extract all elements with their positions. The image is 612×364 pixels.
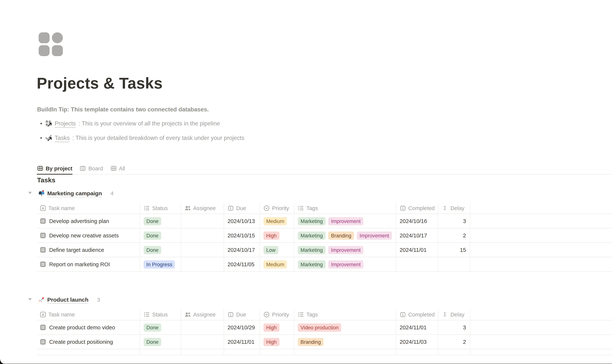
svg-text:1: 1 bbox=[230, 207, 232, 210]
group-toggle-icon[interactable] bbox=[27, 297, 33, 302]
group-toggle-icon[interactable] bbox=[27, 190, 33, 196]
cell-task-name[interactable]: Report on marketing ROI bbox=[37, 257, 140, 271]
cell-priority[interactable]: Medium bbox=[260, 214, 294, 228]
cell-delay[interactable] bbox=[438, 257, 470, 271]
cell-tags[interactable]: MarketingImprovement bbox=[294, 243, 396, 257]
select-icon bbox=[264, 311, 270, 318]
grid-circle-icon bbox=[52, 32, 63, 43]
tasks-page-link[interactable]: Tasks bbox=[55, 134, 70, 141]
column-header-task[interactable]: ATask name bbox=[37, 203, 140, 213]
cell-status[interactable]: Done bbox=[140, 243, 181, 257]
column-header-delay[interactable]: ΣDelay bbox=[438, 203, 470, 213]
column-header-completed[interactable]: 1Completed bbox=[396, 309, 438, 320]
cell-due[interactable]: 2024/10/15 bbox=[224, 228, 260, 243]
tip-text: BuildIn Tip: This template contains two … bbox=[37, 106, 209, 113]
cell-tags[interactable]: MarketingBrandingImprovement bbox=[294, 228, 396, 243]
column-header-label: Status bbox=[152, 205, 168, 211]
page-grid-icon[interactable] bbox=[39, 32, 63, 56]
cell-completed[interactable]: 2024/11/01 bbox=[396, 243, 438, 257]
cell-empty[interactable] bbox=[438, 349, 470, 355]
cell-status[interactable]: Done bbox=[140, 335, 181, 349]
cell-empty[interactable] bbox=[396, 349, 438, 355]
cell-due[interactable]: 2024/10/29 bbox=[224, 320, 260, 334]
cell-assignee[interactable] bbox=[181, 257, 224, 271]
column-header-assignee[interactable]: Assignee bbox=[181, 203, 224, 213]
tab-all[interactable]: All bbox=[111, 162, 125, 174]
cell-empty[interactable] bbox=[294, 349, 396, 355]
column-header-task[interactable]: ATask name bbox=[37, 309, 140, 320]
column-header-tags[interactable]: Tags bbox=[294, 309, 396, 320]
cell-task-name[interactable]: Create product demo video bbox=[37, 320, 140, 334]
cell-due[interactable]: 2024/10/17 bbox=[224, 243, 260, 257]
cell-due[interactable]: 2024/10/13 bbox=[224, 214, 260, 228]
cell-tags[interactable]: MarketingImprovement bbox=[294, 214, 396, 228]
cell-empty[interactable] bbox=[260, 349, 294, 355]
cell-completed[interactable]: 2024/10/17 bbox=[396, 228, 438, 243]
tasks-table: ATask nameStatusAssignee1DuePriorityTags… bbox=[37, 309, 612, 355]
cell-priority[interactable]: High bbox=[260, 228, 294, 243]
cell-priority[interactable]: Medium bbox=[260, 257, 294, 271]
cell-due[interactable]: 2024/11/05 bbox=[224, 257, 260, 271]
cell-priority[interactable]: High bbox=[260, 335, 294, 349]
cell-completed[interactable]: 2024/10/16 bbox=[396, 214, 438, 228]
cell-completed[interactable]: 2024/11/03 bbox=[396, 335, 438, 349]
cell-task-name[interactable]: Define target audience bbox=[37, 243, 140, 257]
tag-chip-group: MarketingImprovement bbox=[298, 246, 363, 254]
cell-task-name[interactable]: Develop advertising plan bbox=[37, 214, 140, 228]
column-header-priority[interactable]: Priority bbox=[260, 309, 294, 320]
column-header-delay[interactable]: ΣDelay bbox=[438, 309, 470, 320]
cell-trailing bbox=[470, 320, 612, 334]
cell-status[interactable]: Done bbox=[140, 228, 181, 243]
board-view-icon bbox=[80, 165, 86, 171]
column-header-tags[interactable]: Tags bbox=[294, 203, 396, 213]
cell-due[interactable]: 2024/11/01 bbox=[224, 335, 260, 349]
cell-delay[interactable]: 2 bbox=[438, 228, 470, 243]
cell-status[interactable]: Done bbox=[140, 320, 181, 334]
page-title[interactable]: Projects & Tasks bbox=[37, 75, 163, 92]
cell-assignee[interactable] bbox=[181, 335, 224, 349]
cell-task-name[interactable]: Create product positioning bbox=[37, 335, 140, 349]
cell-completed[interactable]: 2024/11/01 bbox=[396, 320, 438, 334]
cell-delay[interactable]: 15 bbox=[438, 243, 470, 257]
cell-tags[interactable]: Video production bbox=[294, 320, 396, 334]
cell-assignee[interactable] bbox=[181, 243, 224, 257]
table-view-icon bbox=[111, 165, 117, 171]
group-name-link[interactable]: Marketing campaign bbox=[47, 190, 102, 196]
cell-empty[interactable] bbox=[224, 349, 260, 355]
cell-empty[interactable] bbox=[181, 349, 224, 355]
cell-status[interactable]: Done bbox=[140, 214, 181, 228]
column-header-assignee[interactable]: Assignee bbox=[181, 309, 224, 320]
cell-tags[interactable]: Branding bbox=[294, 335, 396, 349]
tab-by-project[interactable]: By project bbox=[37, 162, 72, 174]
page-doc-icon bbox=[40, 324, 46, 330]
cell-delay[interactable]: 3 bbox=[438, 320, 470, 334]
cell-status[interactable]: In Progress bbox=[140, 257, 181, 271]
cell-assignee[interactable] bbox=[181, 228, 224, 243]
cell-empty[interactable] bbox=[140, 349, 181, 355]
group-count: 4 bbox=[111, 190, 114, 196]
tag-chip-group: MarketingBrandingImprovement bbox=[298, 231, 392, 239]
cell-tags[interactable]: MarketingImprovement bbox=[294, 257, 396, 271]
priority-chip: High bbox=[264, 338, 279, 346]
cell-task-name[interactable]: Develop new creative assets bbox=[37, 228, 140, 243]
column-header-label: Delay bbox=[450, 205, 464, 211]
tab-board[interactable]: Board bbox=[80, 162, 103, 174]
group-name-link[interactable]: Product launch bbox=[47, 296, 88, 303]
cell-completed[interactable] bbox=[396, 257, 438, 271]
collection-title[interactable]: Tasks bbox=[37, 177, 56, 184]
column-header-status[interactable]: Status bbox=[140, 203, 181, 213]
column-header-completed[interactable]: 1Completed bbox=[396, 203, 438, 213]
column-header-due[interactable]: 1Due bbox=[224, 203, 260, 213]
cell-assignee[interactable] bbox=[181, 214, 224, 228]
cell-assignee[interactable] bbox=[181, 320, 224, 334]
column-header-status[interactable]: Status bbox=[140, 309, 181, 320]
cell-delay[interactable]: 2 bbox=[438, 335, 470, 349]
column-header-due[interactable]: 1Due bbox=[224, 309, 260, 320]
column-header-priority[interactable]: Priority bbox=[260, 203, 294, 213]
projects-page-link[interactable]: Projects bbox=[55, 120, 76, 126]
cell-empty[interactable] bbox=[37, 349, 140, 355]
cell-delay[interactable]: 3 bbox=[438, 214, 470, 228]
cell-priority[interactable]: High bbox=[260, 320, 294, 334]
text-icon: A bbox=[40, 205, 46, 211]
cell-priority[interactable]: Low bbox=[260, 243, 294, 257]
